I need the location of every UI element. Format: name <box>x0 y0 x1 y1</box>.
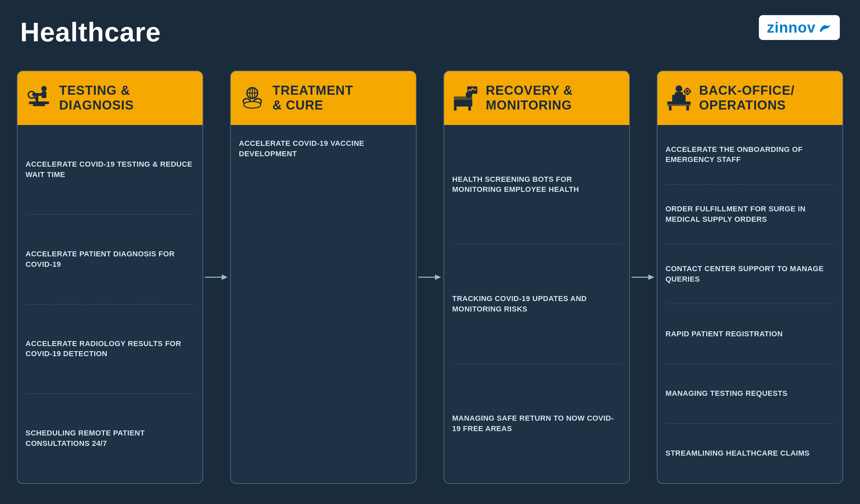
svg-point-14 <box>244 101 261 108</box>
svg-rect-29 <box>677 102 680 104</box>
list-item: MANAGING TESTING REQUESTS <box>665 364 834 424</box>
svg-rect-32 <box>686 88 688 89</box>
card-wrapper-treatment: TREATMENT& CURE ACCELERATE COVID-19 VACC… <box>230 71 417 484</box>
svg-marker-16 <box>435 274 441 280</box>
card-body-treatment: ACCELERATE COVID-19 VACCINE DEVELOPMENT <box>231 125 416 483</box>
arrow-icon-1 <box>205 271 228 284</box>
svg-rect-35 <box>690 90 691 92</box>
operations-icon <box>665 85 692 112</box>
card-wrapper-testing: TESTING &DIAGNOSIS ACCELERATE COVID-19 T… <box>17 71 203 484</box>
card-header-backoffice: BACK-OFFICE/OPERATIONS <box>657 71 843 125</box>
list-item: ACCELERATE THE ONBOARDING OF EMERGENCY S… <box>665 125 834 185</box>
card-header-treatment: TREATMENT& CURE <box>231 71 416 125</box>
svg-point-25 <box>676 85 682 92</box>
list-item: MANAGING SAFE RETURN TO NOW COVID-19 FRE… <box>452 364 621 483</box>
svg-rect-33 <box>686 94 688 95</box>
svg-rect-4 <box>32 93 42 96</box>
card-title-treatment: TREATMENT& CURE <box>272 83 354 113</box>
company-logo: zinnov <box>759 15 840 40</box>
logo-text: zinnov <box>767 19 816 36</box>
arrow-connector-1 <box>203 71 230 484</box>
list-item: ACCELERATE RADIOLOGY RESULTS FOR COVID-1… <box>26 304 195 394</box>
card-title-testing: TESTING &DIAGNOSIS <box>59 83 134 113</box>
list-item: ACCELERATE PATIENT DIAGNOSIS FOR COVID-1… <box>26 215 195 304</box>
card-wrapper-backoffice: BACK-OFFICE/OPERATIONS ACCELERATE THE ON… <box>657 71 843 484</box>
svg-rect-2 <box>29 101 49 104</box>
card-backoffice-operations: BACK-OFFICE/OPERATIONS ACCELERATE THE ON… <box>657 71 843 484</box>
list-item: RAPID PATIENT REGISTRATION <box>665 304 834 364</box>
card-title-recovery: RECOVERY &MONITORING <box>486 83 573 113</box>
svg-rect-21 <box>454 106 457 111</box>
card-title-backoffice: BACK-OFFICE/OPERATIONS <box>699 83 794 113</box>
svg-rect-28 <box>672 95 686 102</box>
arrow-icon-2 <box>418 271 442 284</box>
card-recovery-monitoring: RECOVERY &MONITORING HEALTH SCREENING BO… <box>443 71 630 484</box>
svg-marker-24 <box>648 274 655 280</box>
card-body-testing: ACCELERATE COVID-19 TESTING & REDUCE WAI… <box>17 125 203 483</box>
card-body-recovery: HEALTH SCREENING BOTS FOR MONITORING EMP… <box>444 125 629 483</box>
list-item: ACCELERATE COVID-19 VACCINE DEVELOPMENT <box>239 125 408 483</box>
list-item: CONTACT CENTER SUPPORT TO MANAGE QUERIES <box>665 245 834 304</box>
vaccine-icon <box>239 85 266 112</box>
svg-rect-22 <box>468 106 471 111</box>
list-item: ACCELERATE COVID-19 TESTING & REDUCE WAI… <box>26 125 195 215</box>
arrow-icon-3 <box>632 271 655 284</box>
list-item: SCHEDULING REMOTE PATIENT CONSULTATIONS … <box>26 394 195 483</box>
svg-rect-36 <box>667 104 691 106</box>
microscope-icon <box>26 85 53 112</box>
svg-rect-1 <box>42 91 46 98</box>
page-title: Healthcare <box>20 17 161 48</box>
arrow-connector-3 <box>630 71 657 484</box>
svg-rect-17 <box>454 100 472 106</box>
svg-rect-5 <box>33 104 45 106</box>
card-body-backoffice: ACCELERATE THE ONBOARDING OF EMERGENCY S… <box>657 125 843 483</box>
list-item: HEALTH SCREENING BOTS FOR MONITORING EMP… <box>452 125 621 245</box>
svg-rect-34 <box>684 90 685 92</box>
svg-rect-37 <box>669 106 672 111</box>
card-wrapper-recovery: RECOVERY &MONITORING HEALTH SCREENING BO… <box>443 71 630 484</box>
card-header-testing: TESTING &DIAGNOSIS <box>17 71 203 125</box>
svg-rect-38 <box>686 106 689 111</box>
card-header-recovery: RECOVERY &MONITORING <box>444 71 629 125</box>
patient-monitor-icon <box>452 85 479 112</box>
card-testing-diagnosis: TESTING &DIAGNOSIS ACCELERATE COVID-19 T… <box>17 71 203 484</box>
arrow-connector-2 <box>417 71 443 484</box>
list-item: STREAMLINING HEALTHCARE CLAIMS <box>665 424 834 483</box>
card-treatment-cure: TREATMENT& CURE ACCELERATE COVID-19 VACC… <box>230 71 417 484</box>
list-item: TRACKING COVID-19 UPDATES AND MONITORING… <box>452 245 621 364</box>
cards-container: TESTING &DIAGNOSIS ACCELERATE COVID-19 T… <box>17 71 843 484</box>
svg-point-0 <box>41 86 47 91</box>
logo-swoosh-icon <box>818 23 832 33</box>
svg-point-31 <box>686 90 689 93</box>
svg-marker-9 <box>222 274 228 280</box>
list-item: ORDER FULFILLMENT FOR SURGE IN MEDICAL S… <box>665 185 834 245</box>
